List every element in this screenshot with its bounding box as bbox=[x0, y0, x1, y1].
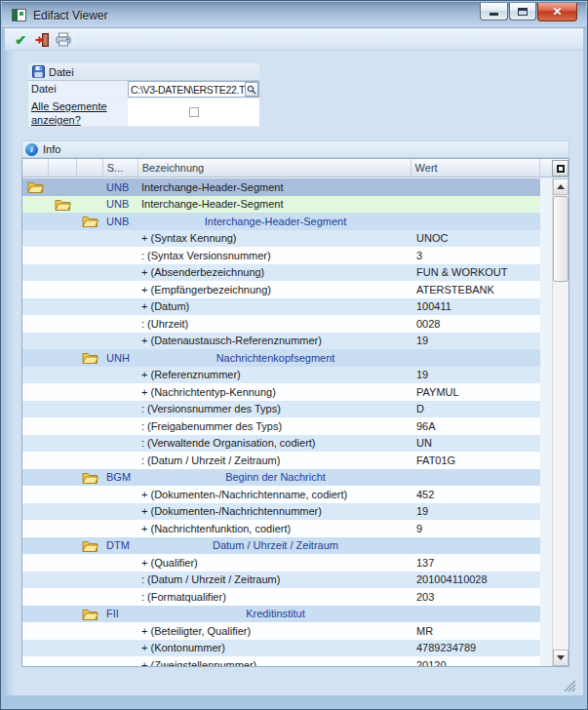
indent-cell bbox=[77, 196, 103, 214]
wert-cell: FAT01G bbox=[412, 452, 540, 469]
wert-cell: 19 bbox=[412, 333, 540, 350]
segment-code-cell bbox=[103, 640, 138, 657]
file-path-input[interactable]: C:\V3-DATEN\ERSTE22.TXT bbox=[128, 81, 259, 98]
indent-cell bbox=[22, 247, 49, 264]
folder-icon[interactable] bbox=[49, 198, 77, 211]
info-title: Info bbox=[43, 143, 60, 155]
browse-button[interactable] bbox=[245, 82, 258, 97]
table-row[interactable]: UNBInterchange-Header-Segment bbox=[22, 196, 540, 214]
table-row[interactable]: + (Datum)100411 bbox=[22, 298, 540, 316]
table-row[interactable]: + (Absenderbezeichnung)FUN & WORKOUT bbox=[22, 264, 540, 282]
table-row[interactable]: : (Datum / Uhrzeit / Zeitraum)FAT01G bbox=[22, 452, 540, 469]
segments-checkbox-cell bbox=[128, 99, 259, 126]
folder-icon[interactable] bbox=[77, 608, 103, 620]
bezeichnung-cell: Kreditinstitut bbox=[138, 606, 412, 623]
wert-cell: 20120 bbox=[412, 656, 540, 666]
table-row[interactable]: : (Freigabenummer des Typs)96A bbox=[22, 417, 540, 435]
column-header-wert[interactable]: Wert bbox=[412, 159, 541, 177]
indent-cell bbox=[77, 452, 103, 469]
vertical-scrollbar[interactable] bbox=[552, 178, 568, 666]
segment-code-cell bbox=[103, 281, 138, 298]
column-header-indent1[interactable] bbox=[22, 159, 49, 177]
scroll-up-button[interactable] bbox=[553, 178, 568, 195]
indent-cell bbox=[77, 588, 103, 606]
table-row[interactable]: : (Versionsnummer des Typs)D bbox=[22, 401, 540, 418]
scrollbar-thumb[interactable] bbox=[553, 196, 568, 282]
printer-icon bbox=[56, 32, 71, 47]
wert-cell bbox=[412, 213, 540, 230]
indent-cell bbox=[49, 537, 77, 555]
segment-code-cell bbox=[103, 452, 138, 469]
info-icon: i bbox=[25, 143, 38, 156]
segments-checkbox[interactable] bbox=[189, 107, 199, 117]
folder-icon[interactable] bbox=[77, 351, 103, 364]
indent-cell bbox=[49, 230, 77, 248]
table-row[interactable]: : (Verwaltende Organisation, codiert)UN bbox=[22, 435, 540, 453]
indent-cell bbox=[49, 469, 77, 487]
wert-cell: 96A bbox=[412, 417, 540, 435]
bezeichnung-cell: + (Nachrichtentyp-Kennung) bbox=[138, 383, 412, 401]
wert-cell: PAYMUL bbox=[412, 383, 540, 401]
indent-cell bbox=[77, 640, 103, 657]
grid-corner-button[interactable] bbox=[552, 160, 568, 177]
table-row[interactable]: + (Datenaustausch-Referenznummer)19 bbox=[22, 333, 540, 350]
table-row[interactable]: : (Datum / Uhrzeit / Zeitraum)2010041100… bbox=[22, 572, 540, 589]
table-row[interactable]: + (Qualifier)137 bbox=[22, 554, 540, 572]
segment-code-cell: UNB bbox=[103, 196, 138, 214]
wert-cell: 9 bbox=[412, 520, 540, 537]
table-row[interactable]: UNBInterchange-Header-Segment bbox=[22, 178, 540, 196]
bezeichnung-cell: + (Beteiligter, Qualifier) bbox=[138, 622, 412, 640]
table-row[interactable]: + (Beteiligter, Qualifier)MR bbox=[22, 622, 540, 640]
table-row[interactable]: : (Formatqualifier)203 bbox=[22, 588, 540, 606]
segment-code-cell: FII bbox=[103, 606, 138, 623]
form-group-header: Datei bbox=[28, 63, 259, 81]
confirm-button[interactable]: ✔ bbox=[11, 30, 30, 49]
wert-cell bbox=[412, 537, 540, 555]
exit-door-icon bbox=[34, 32, 50, 48]
exit-button[interactable] bbox=[32, 30, 52, 49]
column-header-indent3[interactable] bbox=[77, 159, 103, 177]
wert-cell: 19 bbox=[412, 503, 540, 521]
column-header-bezeichnung[interactable]: Bezeichnung bbox=[138, 159, 412, 177]
scroll-down-button[interactable] bbox=[553, 650, 568, 666]
indent-cell bbox=[77, 247, 103, 264]
bezeichnung-cell: Interchange-Header-Segment bbox=[138, 196, 412, 214]
table-row[interactable]: + (Nachrichtenfunktion, codiert)9 bbox=[22, 520, 540, 537]
folder-icon[interactable] bbox=[22, 180, 49, 193]
table-row[interactable]: + (Zweigstellennummer)20120 bbox=[22, 656, 540, 666]
table-row[interactable]: BGMBeginn der Nachricht bbox=[22, 469, 540, 487]
table-row[interactable]: DTMDatum / Uhrzeit / Zeitraum bbox=[22, 537, 540, 555]
table-row[interactable]: + (Referenznummer)19 bbox=[22, 367, 540, 384]
maximize-button[interactable] bbox=[509, 3, 536, 20]
table-row[interactable]: + (Dokumenten-/Nachrichtenname, codiert)… bbox=[22, 486, 540, 503]
table-row[interactable]: UNBInterchange-Header-Segment bbox=[22, 213, 540, 230]
folder-icon[interactable] bbox=[77, 471, 103, 484]
segment-code-cell bbox=[103, 622, 138, 640]
close-button[interactable]: ✕ bbox=[537, 3, 577, 21]
table-row[interactable]: FIIKreditinstitut bbox=[22, 606, 540, 623]
column-header-segment[interactable]: S... bbox=[103, 159, 138, 177]
folder-icon[interactable] bbox=[77, 539, 103, 552]
resize-grip[interactable] bbox=[563, 679, 577, 692]
title-bar[interactable]: Edifact Viewer ✕ bbox=[2, 2, 586, 28]
bezeichnung-cell: : (Verwaltende Organisation, codiert) bbox=[138, 435, 412, 453]
print-button[interactable] bbox=[54, 30, 73, 49]
table-row[interactable]: UNHNachrichtenkopfsegment bbox=[22, 349, 540, 367]
table-row[interactable]: + (Nachrichtentyp-Kennung)PAYMUL bbox=[22, 383, 540, 401]
wert-cell: 201004110028 bbox=[412, 572, 540, 589]
indent-cell bbox=[77, 178, 103, 196]
table-row[interactable]: + (Dokumenten-/Nachrichtennummer)19 bbox=[22, 503, 540, 521]
segments-label: Alle Segemente anzeigen? bbox=[28, 99, 128, 126]
table-row[interactable]: + (Syntax Kennung)UNOC bbox=[22, 230, 540, 248]
table-row[interactable]: + (Kontonummer)4789234789 bbox=[22, 640, 540, 657]
indent-cell bbox=[22, 264, 49, 282]
table-row[interactable]: + (Empfängerbezeichnung)ATERSTEBANK bbox=[22, 281, 540, 298]
wert-cell bbox=[412, 196, 540, 214]
table-row[interactable]: : (Syntax Versionsnummer)3 bbox=[22, 247, 540, 264]
table-row[interactable]: : (Uhrzeit)0028 bbox=[22, 315, 540, 333]
indent-cell bbox=[22, 178, 49, 196]
indent-cell bbox=[49, 554, 77, 572]
column-header-indent2[interactable] bbox=[49, 159, 77, 177]
minimize-button[interactable] bbox=[480, 3, 508, 20]
folder-icon[interactable] bbox=[77, 215, 103, 227]
